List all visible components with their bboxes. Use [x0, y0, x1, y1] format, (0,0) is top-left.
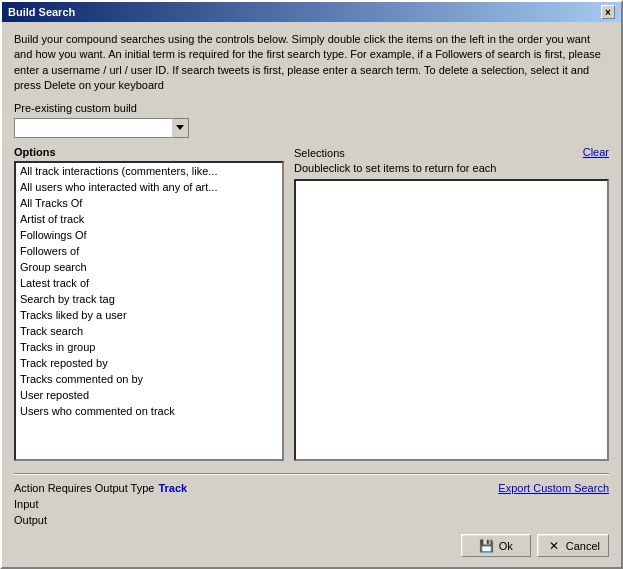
build-search-window: Build Search × Build your compound searc…	[0, 0, 623, 569]
window-body: Build your compound searches using the c…	[2, 22, 621, 567]
right-panel: Selections Doubleclick to set items to r…	[294, 146, 609, 461]
list-item[interactable]: Track search	[16, 323, 282, 339]
bottom-section: Action Requires Output Type Track Export…	[14, 482, 609, 557]
export-custom-search-link[interactable]: Export Custom Search	[498, 482, 609, 494]
pre-existing-dropdown-btn[interactable]	[171, 118, 189, 138]
output-label: Output	[14, 514, 59, 526]
cancel-icon: ✕	[546, 539, 562, 553]
pre-existing-section: Pre-existing custom build	[14, 102, 609, 138]
input-row: Input	[14, 498, 609, 510]
pre-existing-combo-wrapper	[14, 118, 189, 138]
list-item[interactable]: Users who commented on track	[16, 403, 282, 419]
clear-link[interactable]: Clear	[583, 146, 609, 158]
list-item[interactable]: Followers of	[16, 243, 282, 259]
cancel-label: Cancel	[566, 540, 600, 552]
list-item[interactable]: Tracks liked by a user	[16, 307, 282, 323]
list-item[interactable]: Tracks commented on by	[16, 371, 282, 387]
action-info: Action Requires Output Type Track	[14, 482, 187, 494]
output-row: Output	[14, 514, 609, 526]
input-label: Input	[14, 498, 59, 510]
pre-existing-input[interactable]	[14, 118, 171, 138]
main-content: Options All track interactions (commente…	[14, 146, 609, 461]
list-item[interactable]: Followings Of	[16, 227, 282, 243]
action-bar: Action Requires Output Type Track Export…	[14, 482, 609, 494]
selections-header: Selections Doubleclick to set items to r…	[294, 146, 609, 177]
window-title: Build Search	[8, 6, 75, 18]
list-item[interactable]: Track reposted by	[16, 355, 282, 371]
ok-label: Ok	[499, 540, 513, 552]
list-item[interactable]: Group search	[16, 259, 282, 275]
dropdown-arrow-icon	[176, 125, 184, 130]
list-item[interactable]: All track interactions (commenters, like…	[16, 163, 282, 179]
options-listbox[interactable]: All track interactions (commenters, like…	[14, 161, 284, 461]
action-label: Action Requires Output Type	[14, 482, 154, 494]
options-list: All track interactions (commenters, like…	[16, 163, 282, 419]
selections-text: Selections Doubleclick to set items to r…	[294, 146, 496, 177]
buttons-row: 💾 Ok ✕ Cancel	[14, 534, 609, 557]
divider-line	[14, 473, 609, 474]
list-item[interactable]: All users who interacted with any of art…	[16, 179, 282, 195]
selections-box[interactable]	[294, 179, 609, 461]
save-icon: 💾	[479, 539, 495, 553]
ok-button[interactable]: 💾 Ok	[461, 534, 531, 557]
action-value: Track	[158, 482, 187, 494]
list-item[interactable]: Latest track of	[16, 275, 282, 291]
pre-existing-label: Pre-existing custom build	[14, 102, 609, 114]
list-item[interactable]: All Tracks Of	[16, 195, 282, 211]
cancel-button[interactable]: ✕ Cancel	[537, 534, 609, 557]
left-panel: Options All track interactions (commente…	[14, 146, 284, 461]
description-text: Build your compound searches using the c…	[14, 32, 609, 94]
options-label: Options	[14, 146, 284, 158]
list-item[interactable]: User reposted	[16, 387, 282, 403]
title-bar: Build Search ×	[2, 2, 621, 22]
close-button[interactable]: ×	[601, 5, 615, 19]
list-item[interactable]: Artist of track	[16, 211, 282, 227]
selections-line1: Selections	[294, 146, 496, 161]
list-item[interactable]: Tracks in group	[16, 339, 282, 355]
list-item[interactable]: Search by track tag	[16, 291, 282, 307]
selections-line2: Doubleclick to set items to return for e…	[294, 161, 496, 176]
